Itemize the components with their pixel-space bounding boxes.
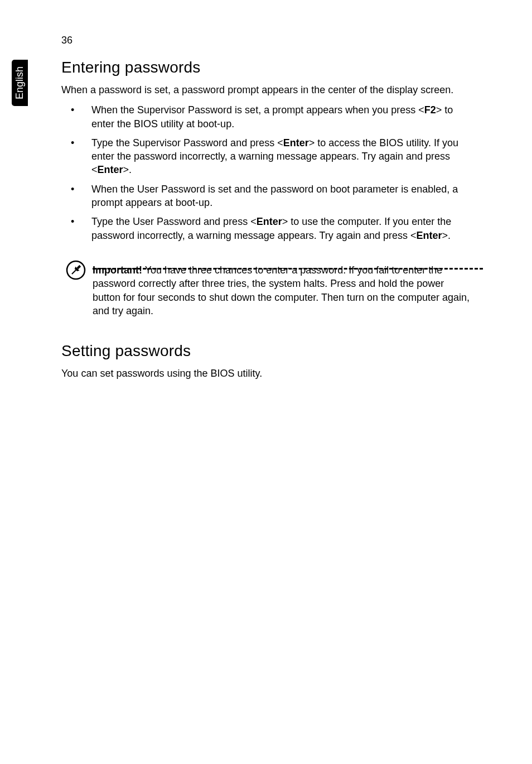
page-content: Entering passwords When a password is se… xyxy=(61,59,474,387)
section-setting-passwords: Setting passwords You can set passwords … xyxy=(61,342,474,380)
key-label: Enter xyxy=(257,216,282,227)
bullet-text: >. xyxy=(442,230,451,241)
language-tab: English xyxy=(12,60,28,106)
key-label: Enter xyxy=(98,164,123,175)
note-label: Important! xyxy=(93,265,142,276)
list-item: Type the Supervisor Password and press <… xyxy=(61,136,474,177)
intro-paragraph: When a password is set, a password promp… xyxy=(61,83,474,97)
list-item: When the User Password is set and the pa… xyxy=(61,182,474,210)
note-body: You have three chances to enter a passwo… xyxy=(93,265,470,316)
list-item: Type the User Password and press <Enter>… xyxy=(61,215,474,242)
key-label: Enter xyxy=(416,230,442,241)
bullet-text: >. xyxy=(123,164,132,175)
divider xyxy=(93,268,483,270)
key-label: F2 xyxy=(424,104,436,116)
push-pin-icon xyxy=(66,260,86,282)
important-note: Important! You have three chances to ent… xyxy=(66,263,474,318)
bullet-text: Type the User Password and press < xyxy=(91,216,257,227)
bullet-text: Type the Supervisor Password and press < xyxy=(91,137,283,148)
bullet-text: When the User Password is set and the pa… xyxy=(91,184,458,208)
intro-paragraph: You can set passwords using the BIOS uti… xyxy=(61,367,474,380)
bullet-text: When the Supervisor Password is set, a p… xyxy=(91,104,424,116)
svg-rect-3 xyxy=(71,270,76,274)
list-item: When the Supervisor Password is set, a p… xyxy=(61,103,474,131)
section-heading-entering-passwords: Entering passwords xyxy=(61,59,474,76)
bullet-list: When the Supervisor Password is set, a p… xyxy=(61,103,474,242)
page-number: 36 xyxy=(61,35,72,46)
section-heading-setting-passwords: Setting passwords xyxy=(61,342,474,360)
note-text: Important! You have three chances to ent… xyxy=(93,263,472,318)
key-label: Enter xyxy=(283,137,309,148)
